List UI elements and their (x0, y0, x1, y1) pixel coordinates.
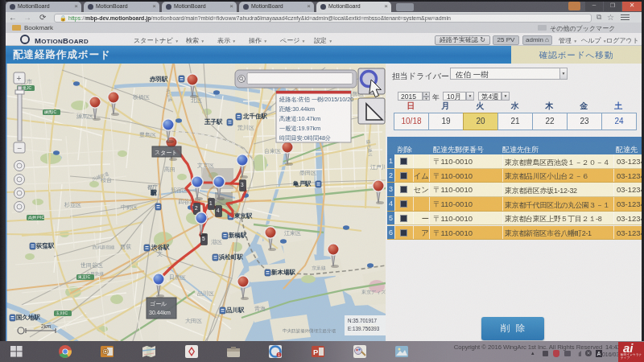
svg-text:玉川IC: 玉川IC (56, 311, 68, 315)
svg-text:一般道:19.97km: 一般道:19.97km (279, 125, 320, 132)
svg-text:亀戸駅: 亀戸駅 (292, 180, 312, 187)
svg-text:文京区: 文京区 (197, 162, 214, 168)
svg-text:2km: 2km (41, 323, 51, 329)
svg-text:E:139.756393: E:139.756393 (348, 326, 380, 331)
svg-text:荒川区: 荒川区 (237, 125, 254, 131)
svg-text:王子駅: 王子駅 (204, 118, 223, 125)
svg-text:東京IC: 東京IC (78, 274, 90, 279)
svg-text:中央防波堤外側埋立処分場: 中央防波堤外側埋立処分場 (283, 328, 336, 334)
svg-text:新木場駅: 新木場駅 (270, 269, 296, 276)
svg-text:品川区: 品川区 (197, 290, 214, 297)
svg-text:北千住駅: 北千住駅 (242, 113, 268, 120)
svg-text:新橋駅: 新橋駅 (228, 232, 247, 239)
svg-text:4: 4 (217, 208, 220, 213)
svg-text:1: 1 (278, 352, 280, 357)
svg-text:N:35.701917: N:35.701917 (348, 318, 378, 323)
svg-text:高田: 高田 (164, 167, 175, 173)
svg-text:荻窪駅: 荻窪駅 (35, 242, 55, 249)
svg-text:東京駅: 東京駅 (233, 212, 253, 220)
svg-text:ゴール: ゴール (150, 301, 167, 306)
svg-text:P: P (313, 348, 319, 356)
svg-text:1: 1 (209, 200, 213, 206)
svg-text:高井戸IC: 高井戸IC (28, 215, 44, 220)
svg-text:台東区: 台東区 (264, 148, 281, 154)
svg-text:経路名:佐伯 一樹/2015/10/20: 経路名:佐伯 一樹/2015/10/20 (279, 96, 353, 103)
svg-text:西武新宿線: 西武新宿線 (93, 245, 115, 250)
svg-text:文: 文 (157, 250, 163, 257)
svg-text:距離:30.44km: 距離:30.44km (279, 105, 315, 113)
svg-text:中野区: 中野区 (121, 204, 138, 210)
svg-text:30.44km: 30.44km (149, 310, 171, 315)
svg-text:練馬IC: 練馬IC (43, 109, 56, 114)
svg-text:京葉線: 京葉線 (312, 265, 326, 270)
svg-text:青海: 青海 (254, 306, 266, 312)
svg-text:江戸川: 江戸川 (370, 164, 386, 171)
svg-text:港区: 港区 (211, 239, 222, 245)
svg-text:高速道:10.47km: 高速道:10.47km (279, 115, 320, 122)
svg-text:品川駅: 品川駅 (226, 306, 245, 314)
svg-text:目黒区: 目黒区 (169, 274, 186, 281)
svg-text:東京ディズニ: 東京ディズニ (361, 290, 386, 294)
svg-text:世田谷区: 世田谷区 (80, 262, 103, 269)
svg-text:板橋区: 板橋区 (132, 94, 150, 100)
svg-text:大田区: 大田区 (185, 318, 202, 324)
svg-text:3: 3 (241, 182, 244, 187)
svg-text:西荻: 西荻 (120, 244, 131, 250)
svg-text:江東区: 江東区 (284, 230, 301, 237)
svg-text:北区: 北区 (191, 97, 202, 104)
svg-text:都庁: 都庁 (147, 184, 159, 191)
svg-text:墨田区: 墨田区 (299, 170, 316, 176)
svg-text:−: − (18, 144, 23, 153)
svg-text:渋谷駅: 渋谷駅 (151, 244, 170, 251)
svg-text:杉並区: 杉並区 (64, 202, 81, 208)
svg-text:国久地駅: 国久地駅 (16, 314, 41, 321)
svg-text:2: 2 (195, 205, 198, 211)
svg-text:時間目安:0時間48分: 時間目安:0時間48分 (279, 134, 331, 142)
svg-text:浜松町駅: 浜松町駅 (218, 253, 244, 261)
svg-text:+: + (17, 74, 22, 83)
svg-text:豊島区: 豊島区 (139, 132, 156, 138)
svg-text:スタート: スタート (155, 150, 178, 156)
svg-text:練馬区: 練馬区 (76, 113, 93, 119)
svg-text:赤羽駅: 赤羽駅 (149, 76, 168, 83)
